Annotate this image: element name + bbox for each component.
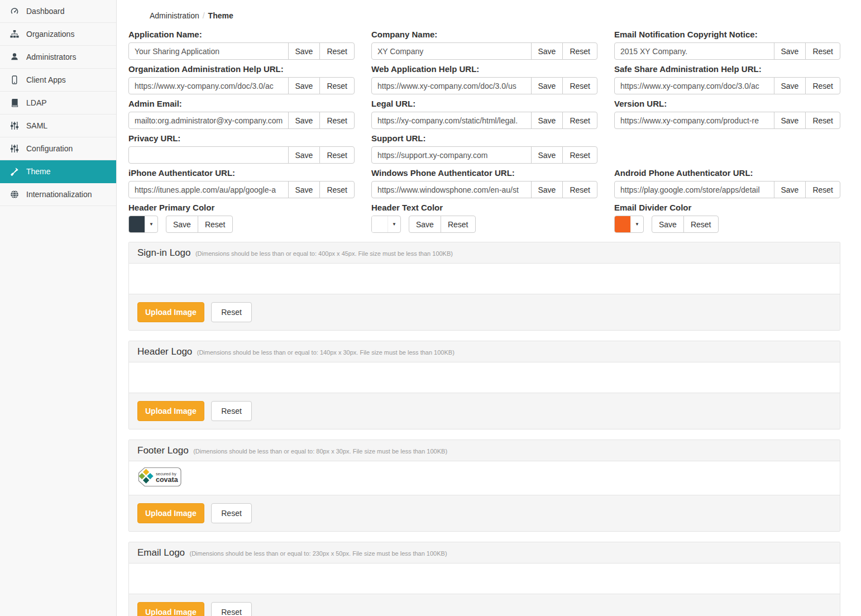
save-button[interactable]: Save — [774, 77, 806, 94]
field-label: Safe Share Administration Help URL: — [614, 64, 840, 74]
sidebar-item-label: Theme — [26, 167, 51, 176]
reset-button[interactable]: Reset — [805, 181, 840, 198]
panel-footer: Upload Image Reset — [129, 294, 840, 330]
panel-footer: Upload Image Reset — [129, 393, 840, 429]
org-admin-help-url-input[interactable] — [128, 77, 289, 94]
email-copyright-input[interactable] — [614, 42, 774, 60]
panel-title: Email Logo — [137, 547, 185, 558]
covata-logo: secured by covata — [137, 467, 182, 489]
save-button[interactable]: Save — [288, 181, 321, 198]
legal-url-input[interactable] — [371, 112, 532, 129]
reset-button[interactable]: Reset — [562, 42, 597, 60]
application-name-input[interactable] — [128, 42, 289, 60]
reset-button[interactable]: Reset — [319, 112, 355, 129]
sidebar-item-saml[interactable]: SAML — [0, 114, 116, 137]
save-button[interactable]: Save — [288, 77, 321, 94]
upload-image-button[interactable]: Upload Image — [137, 503, 204, 523]
email-logo-panel: Email Logo (Dimensions should be less th… — [128, 542, 840, 616]
reset-button[interactable]: Reset — [805, 42, 840, 60]
reset-button[interactable]: Reset — [562, 146, 597, 164]
sidebar-item-ldap[interactable]: LDAP — [0, 92, 116, 114]
panel-hint: (Dimensions should be less than or equal… — [193, 448, 447, 455]
save-button[interactable]: Save — [409, 216, 441, 233]
field-label: iPhone Authenticator URL: — [128, 168, 355, 178]
save-button[interactable]: Save — [288, 42, 321, 60]
upload-image-button[interactable]: Upload Image — [137, 401, 204, 421]
field-label: Version URL: — [614, 99, 840, 108]
color-swatch — [615, 216, 630, 232]
chevron-down-icon: ▼ — [630, 216, 643, 232]
main-content: Administration/Theme Application Name: S… — [117, 0, 861, 616]
save-button[interactable]: Save — [166, 216, 198, 233]
save-button[interactable]: Save — [288, 112, 321, 129]
save-button[interactable]: Save — [531, 146, 563, 164]
upload-image-button[interactable]: Upload Image — [137, 302, 204, 322]
save-button[interactable]: Save — [774, 112, 806, 129]
field-winphone-auth-url: Windows Phone Authenticator URL: Save Re… — [371, 168, 597, 198]
reset-button[interactable]: Reset — [198, 216, 233, 233]
field-safe-share-help-url: Safe Share Administration Help URL: Save… — [614, 64, 840, 94]
reset-button[interactable]: Reset — [805, 77, 840, 94]
field-label: Legal URL: — [371, 99, 597, 108]
email-divider-color-picker[interactable]: ▼ — [614, 216, 644, 233]
sidebar-item-label: Client Apps — [26, 75, 66, 84]
reset-button[interactable]: Reset — [211, 602, 252, 616]
sidebar-item-internationalization[interactable]: Internationalization — [0, 183, 116, 206]
upload-image-button[interactable]: Upload Image — [137, 602, 204, 616]
iphone-auth-url-input[interactable] — [128, 181, 289, 198]
panel-hint: (Dimensions should be less than or equal… — [190, 550, 447, 557]
sidebar-item-client-apps[interactable]: Client Apps — [0, 69, 116, 92]
field-legal-url: Legal URL: Save Reset — [371, 99, 597, 129]
field-label: Web Application Help URL: — [371, 64, 597, 74]
reset-button[interactable]: Reset — [683, 216, 719, 233]
sidebar-item-dashboard[interactable]: Dashboard — [0, 0, 116, 23]
reset-button[interactable]: Reset — [211, 302, 252, 322]
save-button[interactable]: Save — [531, 42, 563, 60]
save-button[interactable]: Save — [774, 42, 806, 60]
save-button[interactable]: Save — [652, 216, 684, 233]
reset-button[interactable]: Reset — [562, 112, 597, 129]
save-button[interactable]: Save — [531, 112, 563, 129]
reset-button[interactable]: Reset — [441, 216, 476, 233]
company-name-input[interactable] — [371, 42, 532, 60]
save-button[interactable]: Save — [774, 181, 806, 198]
reset-button[interactable]: Reset — [319, 42, 355, 60]
android-auth-url-input[interactable] — [614, 181, 774, 198]
reset-button[interactable]: Reset — [562, 181, 597, 198]
breadcrumb: Administration/Theme — [128, 11, 840, 20]
reset-button[interactable]: Reset — [319, 181, 355, 198]
reset-button[interactable]: Reset — [211, 401, 252, 421]
header-text-color-picker[interactable]: ▼ — [371, 216, 401, 233]
sidebar-item-administrators[interactable]: Administrators — [0, 46, 116, 69]
sidebar-item-label: Dashboard — [26, 7, 65, 16]
reset-button[interactable]: Reset — [319, 146, 355, 164]
sidebar-item-configuration[interactable]: Configuration — [0, 137, 116, 160]
ldap-icon — [9, 98, 20, 107]
breadcrumb-parent[interactable]: Administration — [150, 11, 199, 20]
admin-email-input[interactable] — [128, 112, 289, 129]
reset-button[interactable]: Reset — [805, 112, 840, 129]
sidebar-item-theme[interactable]: Theme — [0, 160, 116, 183]
field-label: Email Notification Copyright Notice: — [614, 30, 840, 39]
sidebar-item-organizations[interactable]: Organizations — [0, 23, 116, 46]
header-primary-color-picker[interactable]: ▼ — [128, 216, 158, 233]
panel-title: Footer Logo — [137, 445, 189, 456]
theme-admin-page: Dashboard Organizations Administrators C… — [0, 0, 861, 616]
version-url-input[interactable] — [614, 112, 774, 129]
field-label: Privacy URL: — [128, 133, 355, 143]
reset-button[interactable]: Reset — [211, 503, 252, 523]
support-url-input[interactable] — [371, 146, 532, 164]
reset-button[interactable]: Reset — [319, 77, 355, 94]
safe-share-help-url-input[interactable] — [614, 77, 774, 94]
reset-button[interactable]: Reset — [562, 77, 597, 94]
field-header-text-color: Header Text Color ▼ Save Reset — [371, 203, 597, 233]
signin-logo-preview — [129, 264, 840, 294]
privacy-url-input[interactable] — [128, 146, 289, 164]
color-swatch — [129, 216, 145, 232]
web-app-help-url-input[interactable] — [371, 77, 532, 94]
sidebar-item-label: LDAP — [26, 98, 47, 107]
winphone-auth-url-input[interactable] — [371, 181, 532, 198]
save-button[interactable]: Save — [531, 77, 563, 94]
save-button[interactable]: Save — [288, 146, 321, 164]
save-button[interactable]: Save — [531, 181, 563, 198]
